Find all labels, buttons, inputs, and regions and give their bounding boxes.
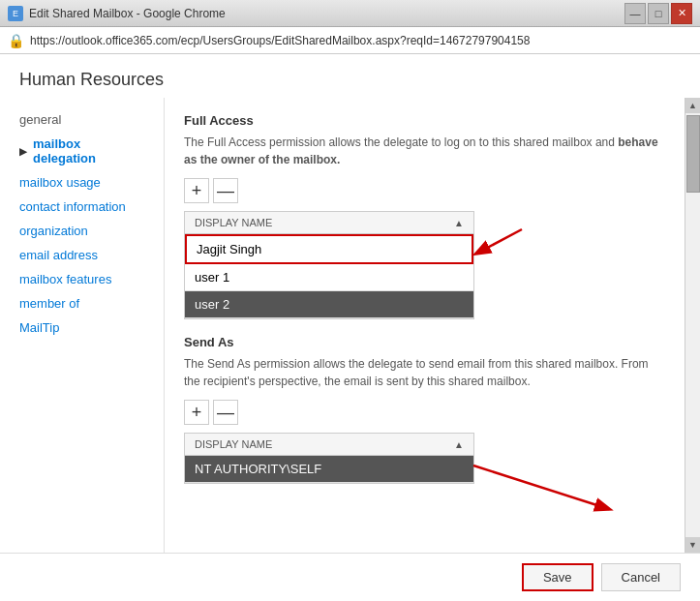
full-access-add-button[interactable]: + xyxy=(184,178,209,203)
sort-icon: ▲ xyxy=(454,218,464,228)
browser-icon: E xyxy=(8,6,23,21)
title-bar-left: E Edit Shared Mailbox - Google Chrome xyxy=(8,6,226,21)
send-as-toolbar: + — xyxy=(184,400,665,425)
sidebar-label-email-address: email address xyxy=(19,248,98,262)
main-panel: Full Access The Full Access permission a… xyxy=(165,98,685,553)
cancel-button[interactable]: Cancel xyxy=(601,563,681,591)
lock-icon: 🔒 xyxy=(8,33,24,48)
sidebar-label-mailbox-usage: mailbox usage xyxy=(19,175,101,190)
sidebar-label-mailbox-delegation: mailbox delegation xyxy=(33,136,144,165)
full-access-description: The Full Access permission allows the de… xyxy=(184,134,665,168)
sidebar-label-contact-information: contact information xyxy=(19,199,126,214)
sidebar-item-email-address[interactable]: email address xyxy=(0,243,164,267)
save-button[interactable]: Save xyxy=(522,563,593,591)
content-layout: general ▶ mailbox delegation mailbox usa… xyxy=(0,98,700,553)
send-as-description: The Send As permission allows the delega… xyxy=(184,355,665,390)
svg-line-1 xyxy=(476,229,522,254)
sidebar-label-general: general xyxy=(19,112,61,127)
main-window: Human Resources general ▶ mailbox delega… xyxy=(0,54,700,601)
sidebar-label-mailtip: MailTip xyxy=(19,320,59,335)
full-access-title: Full Access xyxy=(184,113,665,128)
sidebar-item-member-of[interactable]: member of xyxy=(0,291,164,316)
send-as-column-header: DISPLAY NAME ▲ xyxy=(185,434,473,456)
scroll-down-button[interactable]: ▼ xyxy=(685,537,700,553)
send-as-arrow-wrapper: NT AUTHORITY\SELF xyxy=(185,456,473,483)
full-access-remove-button[interactable]: — xyxy=(213,178,238,203)
sidebar-item-organization[interactable]: organization xyxy=(0,219,164,243)
full-access-row-0[interactable]: Jagjit Singh xyxy=(185,234,473,264)
sidebar-item-mailtip[interactable]: MailTip xyxy=(0,316,164,340)
full-access-row-1[interactable]: user 1 xyxy=(185,264,473,291)
full-access-section: Full Access The Full Access permission a… xyxy=(184,113,665,319)
active-arrow-icon: ▶ xyxy=(19,146,27,157)
red-arrow-wrapper: Jagjit Singh xyxy=(185,234,473,264)
sidebar-label-organization: organization xyxy=(19,224,88,238)
sort-icon-2: ▲ xyxy=(454,439,464,450)
page-title: Human Resources xyxy=(0,54,700,98)
scroll-thumb[interactable] xyxy=(686,115,700,193)
full-access-row-2[interactable]: user 2 xyxy=(185,291,473,318)
red-arrow-annotation xyxy=(469,225,532,273)
send-as-title: Send As xyxy=(184,335,665,349)
save-arrow-annotation xyxy=(464,461,657,519)
sidebar-item-general[interactable]: general xyxy=(0,107,164,132)
sidebar-item-mailbox-delegation[interactable]: ▶ mailbox delegation xyxy=(0,132,164,170)
window-title: Edit Shared Mailbox - Google Chrome xyxy=(29,7,226,20)
minimize-button[interactable]: — xyxy=(624,3,646,24)
full-access-table: DISPLAY NAME ▲ Jagjit Singh xyxy=(184,211,474,319)
action-bar: Save Cancel xyxy=(0,553,700,601)
sidebar-item-contact-information[interactable]: contact information xyxy=(0,195,164,219)
full-access-column-header: DISPLAY NAME ▲ xyxy=(185,212,473,234)
sidebar: general ▶ mailbox delegation mailbox usa… xyxy=(0,98,165,553)
close-button[interactable]: ✕ xyxy=(671,3,692,24)
send-as-section: Send As The Send As permission allows th… xyxy=(184,335,665,484)
full-access-toolbar: + — xyxy=(184,178,665,203)
send-as-row-0[interactable]: NT AUTHORITY\SELF xyxy=(185,456,473,483)
address-bar: 🔒 https://outlook.office365.com/ecp/User… xyxy=(0,27,700,54)
send-as-table: DISPLAY NAME ▲ NT AUTHORITY\SELF xyxy=(184,433,474,484)
sidebar-label-member-of: member of xyxy=(19,296,79,311)
window-controls[interactable]: — □ ✕ xyxy=(624,3,692,24)
send-as-add-button[interactable]: + xyxy=(184,400,209,425)
svg-line-3 xyxy=(473,466,609,509)
sidebar-item-mailbox-features[interactable]: mailbox features xyxy=(0,267,164,291)
sidebar-item-mailbox-usage[interactable]: mailbox usage xyxy=(0,170,164,195)
maximize-button[interactable]: □ xyxy=(648,3,669,24)
scroll-up-button[interactable]: ▲ xyxy=(685,98,700,113)
title-bar: E Edit Shared Mailbox - Google Chrome — … xyxy=(0,0,700,27)
sidebar-label-mailbox-features: mailbox features xyxy=(19,272,111,286)
send-as-remove-button[interactable]: — xyxy=(213,400,238,425)
scrollbar[interactable]: ▲ ▼ xyxy=(685,98,700,553)
url-text: https://outlook.office365.com/ecp/UsersG… xyxy=(30,34,692,47)
